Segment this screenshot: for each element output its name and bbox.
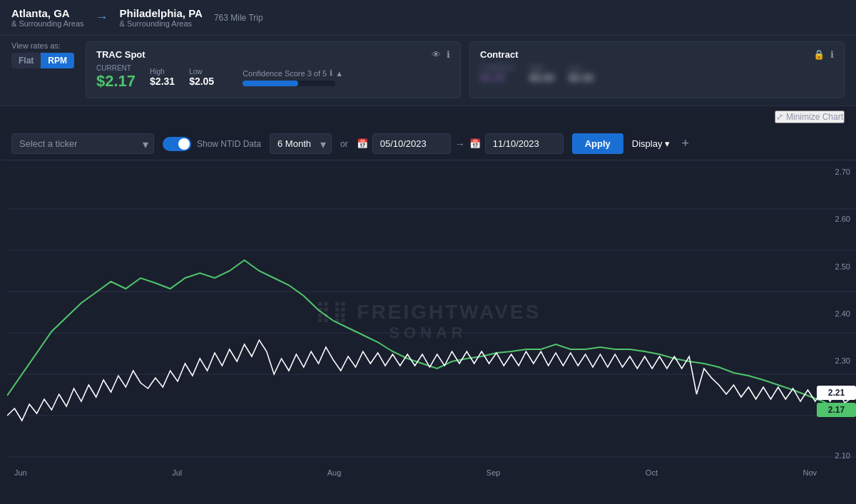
origin-city: Atlanta, GA xyxy=(11,7,84,19)
x-label-oct: Oct xyxy=(646,468,658,477)
minimize-label: Minimize Chart xyxy=(786,112,843,122)
eye-icon[interactable]: 👁 xyxy=(432,49,441,60)
apply-button[interactable]: Apply xyxy=(572,133,623,154)
end-value-green: 2.17 xyxy=(817,403,856,417)
info-icon[interactable]: ℹ xyxy=(447,49,450,60)
calendar-from-icon: 📅 xyxy=(357,138,368,149)
rate-toggle-group: Flat RPM xyxy=(11,53,74,68)
contract-panel-icons: 🔒 ℹ xyxy=(813,49,834,60)
x-axis-labels: Jun Jul Aug Sep Oct Nov xyxy=(14,468,817,477)
destination-city: Philadelphia, PA xyxy=(120,7,203,19)
x-label-jun: Jun xyxy=(14,468,27,477)
calendar-to-icon: 📅 xyxy=(469,138,481,149)
confidence-block: Confidence Score 3 of 5 ℹ ▲ xyxy=(243,68,343,86)
ticker-wrapper: Select a ticker xyxy=(11,133,154,154)
chart-svg xyxy=(7,168,856,460)
contract-panel: Contract 🔒 ℹ CURRENT $0.00 High $0.00 Lo… xyxy=(469,41,845,98)
month-wrapper: 1 Month 3 Month 6 Month 1 Year 2 Year xyxy=(270,133,332,154)
panel-group: TRAC Spot 👁 ℹ CURRENT $2.17 High $2.31 L… xyxy=(86,41,845,98)
or-separator: or xyxy=(340,139,348,149)
top-bar: Atlanta, GA & Surrounding Areas → Philad… xyxy=(0,0,856,36)
display-button[interactable]: Display ▾ xyxy=(632,138,671,149)
ntid-switch[interactable] xyxy=(163,137,191,151)
direction-arrow-icon: → xyxy=(96,10,108,25)
y-label-3: 2.50 xyxy=(826,262,850,271)
contract-panel-header: Contract 🔒 ℹ xyxy=(480,49,834,60)
contract-current-value: $0.00 xyxy=(480,72,515,83)
ticker-select[interactable]: Select a ticker xyxy=(11,133,154,154)
y-label-4: 2.40 xyxy=(826,309,850,318)
high-data: High $2.31 xyxy=(150,68,175,87)
add-chart-button[interactable]: + xyxy=(681,136,689,151)
y-label-2: 2.60 xyxy=(826,215,850,223)
end-value-labels: 2.21 2.17 xyxy=(817,386,856,417)
y-label-1: 2.70 xyxy=(826,168,850,176)
chart-controls: Select a ticker Show NTID Data 1 Month 3… xyxy=(0,128,856,160)
trip-distance: 763 Mile Trip xyxy=(214,13,263,23)
destination-area: & Surrounding Areas xyxy=(120,19,203,28)
display-label: Display xyxy=(632,138,663,149)
end-value-white: 2.21 xyxy=(817,386,856,400)
y-label-7: 2.10 xyxy=(826,451,850,460)
contract-panel-data: CURRENT $0.00 High $0.00 Low $0.00 xyxy=(480,64,834,83)
x-label-sep: Sep xyxy=(486,468,501,477)
flat-toggle[interactable]: Flat xyxy=(11,53,41,68)
high-value: $2.31 xyxy=(150,76,175,87)
contract-low-label: Low xyxy=(569,64,593,72)
trac-panel-title: TRAC Spot xyxy=(96,49,146,60)
low-data: Low $2.05 xyxy=(189,68,214,87)
contract-high-label: High xyxy=(529,64,554,72)
low-value: $2.05 xyxy=(189,76,214,87)
y-label-5: 2.30 xyxy=(826,356,850,365)
chevron-down-icon: ▾ xyxy=(665,138,670,149)
from-date-input[interactable] xyxy=(372,133,451,154)
origin-area: & Surrounding Areas xyxy=(11,19,84,28)
to-date-input[interactable] xyxy=(485,133,564,154)
lock-icon: 🔒 xyxy=(813,49,825,60)
destination-block: Philadelphia, PA & Surrounding Areas xyxy=(120,7,203,28)
contract-low-data: Low $0.00 xyxy=(569,64,593,83)
origin-block: Atlanta, GA & Surrounding Areas xyxy=(11,7,84,28)
trac-panel-icons: 👁 ℹ xyxy=(432,49,450,60)
ntid-toggle-switch: Show NTID Data xyxy=(163,137,261,151)
confidence-label: Confidence Score 3 of 5 xyxy=(243,69,327,78)
confidence-bar xyxy=(243,81,298,86)
rates-bar: View rates as: Flat RPM TRAC Spot 👁 ℹ CU… xyxy=(0,36,856,106)
view-as-block: View rates as: Flat RPM xyxy=(11,41,74,68)
rpm-toggle[interactable]: RPM xyxy=(41,53,74,68)
date-arrow-icon: → xyxy=(455,138,465,150)
confidence-bar-bg xyxy=(243,81,335,86)
trac-spot-panel: TRAC Spot 👁 ℹ CURRENT $2.17 High $2.31 L… xyxy=(86,41,461,98)
trac-panel-header: TRAC Spot 👁 ℹ xyxy=(96,49,450,60)
green-line xyxy=(7,260,856,416)
minimize-icon: ⤢ xyxy=(776,112,783,122)
current-value: $2.17 xyxy=(96,72,136,91)
x-label-aug: Aug xyxy=(327,468,342,477)
chevron-up-icon[interactable]: ▲ xyxy=(335,69,343,78)
view-as-label: View rates as: xyxy=(11,41,74,50)
month-select[interactable]: 1 Month 3 Month 6 Month 1 Year 2 Year xyxy=(270,133,332,154)
x-label-jul: Jul xyxy=(172,468,182,477)
contract-low-value: $0.00 xyxy=(569,72,593,83)
low-label: Low xyxy=(189,68,214,76)
minimize-chart-button[interactable]: ⤢ Minimize Chart xyxy=(775,110,845,123)
current-label: CURRENT xyxy=(96,64,136,72)
contract-current-label: CURRENT xyxy=(480,64,515,72)
current-data: CURRENT $2.17 xyxy=(96,64,136,91)
minimize-bar: ⤢ Minimize Chart xyxy=(0,106,856,128)
confidence-info-icon[interactable]: ℹ xyxy=(330,68,332,78)
contract-current-data: CURRENT $0.00 xyxy=(480,64,515,83)
high-label: High xyxy=(150,68,175,76)
x-label-nov: Nov xyxy=(802,468,817,477)
contract-panel-title: Contract xyxy=(480,49,518,60)
chart-area: ⣿⣿ FREIGHTWAVES SONAR 2.70 2.60 2.50 2.4… xyxy=(0,160,856,481)
trac-panel-data: CURRENT $2.17 High $2.31 Low $2.05 Confi… xyxy=(96,64,450,91)
ntid-label: Show NTID Data xyxy=(197,139,261,149)
contract-high-data: High $0.00 xyxy=(529,64,554,83)
contract-high-value: $0.00 xyxy=(529,72,554,83)
info-icon-contract[interactable]: ℹ xyxy=(830,49,834,60)
white-line xyxy=(7,340,856,421)
date-range-inputs: 📅 → 📅 xyxy=(357,133,564,154)
